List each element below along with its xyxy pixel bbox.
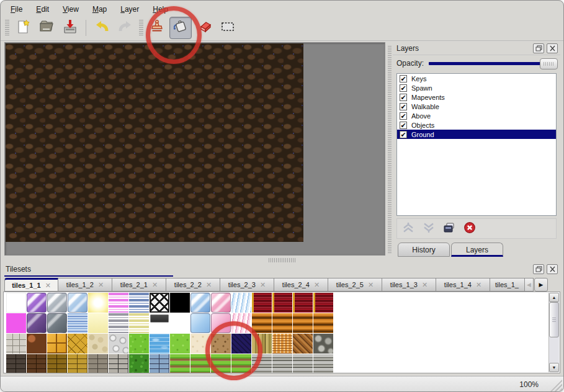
tile-farm-rows[interactable] bbox=[190, 354, 210, 373]
tab-close-icon[interactable]: ✕ bbox=[152, 281, 158, 289]
tile-glass-gray[interactable] bbox=[47, 293, 67, 313]
tileset-tab-tiles_2_2[interactable]: tiles_2_2✕ bbox=[166, 278, 220, 292]
tile-hedge-green[interactable] bbox=[129, 354, 149, 373]
tile-stripes-pink[interactable] bbox=[109, 293, 128, 313]
tile-carpet-red[interactable] bbox=[272, 293, 292, 313]
tile-plank-wall-gray[interactable] bbox=[252, 354, 272, 373]
layer-row-spawn[interactable]: ✔Spawn bbox=[397, 83, 556, 92]
tabs-scroll-left-icon[interactable]: ◀ bbox=[525, 278, 534, 292]
layer-visible-checkbox[interactable]: ✔ bbox=[400, 131, 407, 138]
fill-tool-button[interactable] bbox=[169, 17, 192, 39]
tile-stripes-gray[interactable] bbox=[109, 313, 128, 333]
toolbar-drag-handle[interactable] bbox=[5, 20, 9, 36]
tile-herringbone[interactable] bbox=[293, 334, 313, 354]
tab-close-icon[interactable]: ✕ bbox=[368, 281, 374, 289]
close-panel-icon[interactable] bbox=[547, 43, 558, 53]
tile-plank-wall-gray[interactable] bbox=[313, 354, 333, 373]
tab-close-icon[interactable]: ✕ bbox=[476, 281, 481, 289]
menu-edit[interactable]: Edit bbox=[30, 4, 55, 15]
tile-magenta[interactable] bbox=[6, 313, 26, 333]
tile-drape-blue[interactable] bbox=[231, 293, 251, 313]
tile-wall-darkgold[interactable] bbox=[47, 354, 67, 373]
tile-wall-gold[interactable] bbox=[68, 354, 87, 373]
tile-carpet-red[interactable] bbox=[293, 293, 313, 313]
tile-blue-solid[interactable] bbox=[190, 313, 210, 333]
tile-planks-vert[interactable] bbox=[252, 334, 272, 354]
duplicate-layer-button[interactable] bbox=[442, 221, 457, 236]
tile-grass-green2[interactable] bbox=[170, 334, 190, 354]
undo-button[interactable] bbox=[91, 17, 113, 39]
tab-close-icon[interactable]: ✕ bbox=[206, 281, 212, 289]
tab-close-icon[interactable]: ✕ bbox=[45, 282, 51, 290]
resize-grip[interactable] bbox=[550, 380, 562, 391]
eraser-tool-button[interactable] bbox=[193, 17, 215, 39]
scroll-up-icon[interactable]: ▲ bbox=[549, 293, 559, 302]
tile-pink-solid[interactable] bbox=[211, 313, 231, 333]
layer-visible-checkbox[interactable]: ✔ bbox=[400, 84, 407, 92]
tile-glass-pink[interactable] bbox=[211, 293, 231, 313]
tab-history[interactable]: History bbox=[398, 243, 450, 257]
stamp-tool-button[interactable] bbox=[146, 17, 168, 39]
tab-close-icon[interactable]: ✕ bbox=[314, 281, 320, 289]
menu-map[interactable]: Map bbox=[86, 4, 113, 15]
tile-wood-stripes[interactable] bbox=[252, 313, 272, 333]
tile-wood-stripes[interactable] bbox=[272, 313, 292, 333]
opacity-slider[interactable] bbox=[429, 62, 557, 65]
layer-row-above[interactable]: ✔Above bbox=[397, 111, 556, 120]
tile-pale-yellow[interactable] bbox=[88, 313, 108, 333]
map-canvas[interactable] bbox=[6, 43, 303, 242]
tile-wall-darkstone[interactable] bbox=[6, 354, 26, 373]
tile-water-shimmer[interactable] bbox=[68, 313, 87, 333]
dock-splitter[interactable] bbox=[1, 257, 563, 263]
tile-tiles-orange[interactable] bbox=[47, 334, 67, 354]
tile-farm-rows[interactable] bbox=[211, 354, 231, 373]
dock-drag-handle[interactable] bbox=[388, 46, 392, 253]
tile-stone-blocks[interactable] bbox=[6, 334, 26, 354]
layer-row-keys[interactable]: ✔Keys bbox=[397, 74, 556, 83]
layer-visible-checkbox[interactable]: ✔ bbox=[400, 103, 407, 110]
map-view[interactable] bbox=[4, 42, 385, 256]
scrollbar-thumb[interactable] bbox=[549, 302, 559, 337]
tile-drape-pink[interactable] bbox=[231, 313, 251, 333]
menu-help[interactable]: Help bbox=[146, 4, 174, 15]
tile-flagstone-gold[interactable] bbox=[68, 334, 87, 354]
tab-close-icon[interactable]: ✕ bbox=[422, 281, 427, 289]
tile-plank-wall-gray[interactable] bbox=[272, 354, 292, 373]
new-map-button[interactable] bbox=[12, 17, 34, 39]
open-map-button[interactable] bbox=[35, 17, 58, 39]
menu-view[interactable]: View bbox=[56, 4, 85, 15]
tab-close-icon[interactable]: ✕ bbox=[98, 281, 104, 289]
float-panel-icon[interactable] bbox=[533, 43, 544, 53]
tile-lattice[interactable] bbox=[150, 293, 169, 313]
tileset-tab-tiles_2_3[interactable]: tiles_2_3✕ bbox=[220, 278, 274, 292]
tile-brick-blue[interactable] bbox=[150, 354, 169, 373]
tile-wall-brown[interactable] bbox=[27, 354, 47, 373]
rect-select-tool-button[interactable] bbox=[217, 17, 239, 39]
tile-farm-rows[interactable] bbox=[170, 354, 190, 373]
tile-wood-stripes[interactable] bbox=[293, 313, 313, 333]
delete-layer-button[interactable] bbox=[462, 221, 477, 236]
tileset-tab-tiles_1_1[interactable]: tiles_1_1✕ bbox=[4, 278, 58, 292]
tileset-tab-tiles_1_3[interactable]: tiles_1_3✕ bbox=[382, 278, 436, 292]
tile-glass-purple[interactable] bbox=[27, 293, 47, 313]
layer-visible-checkbox[interactable]: ✔ bbox=[400, 112, 407, 120]
tile-brick-gray[interactable] bbox=[109, 354, 128, 373]
layer-row-ground[interactable]: ✔Ground bbox=[397, 130, 556, 139]
layer-visible-checkbox[interactable]: ✔ bbox=[400, 75, 407, 82]
close-panel-icon[interactable] bbox=[547, 264, 558, 274]
tile-wood-stripes[interactable] bbox=[313, 313, 333, 333]
tile-brick-orange[interactable] bbox=[272, 334, 292, 354]
tile-glass-darkpurple[interactable] bbox=[27, 313, 47, 333]
tile-carpet-red[interactable] bbox=[252, 293, 272, 313]
tabs-scroll-right-icon[interactable]: ▶ bbox=[534, 278, 548, 292]
splitter-handle[interactable] bbox=[269, 258, 296, 262]
tileset-tab-tiles_1_4[interactable]: tiles_1_4✕ bbox=[436, 278, 490, 292]
tile-carpet-red[interactable] bbox=[313, 293, 333, 313]
tileset-tab-tiles_2_5[interactable]: tiles_2_5✕ bbox=[328, 278, 382, 292]
tile-pebbles-gray[interactable] bbox=[109, 334, 128, 354]
tile-sand-pale[interactable] bbox=[190, 334, 210, 354]
layer-row-mapevents[interactable]: ✔Mapevents bbox=[397, 92, 556, 102]
tileset-tab-tiles_2_4[interactable]: tiles_2_4✕ bbox=[274, 278, 328, 292]
tile-plank-wall-gray[interactable] bbox=[293, 354, 313, 373]
layer-visible-checkbox[interactable]: ✔ bbox=[400, 94, 407, 101]
